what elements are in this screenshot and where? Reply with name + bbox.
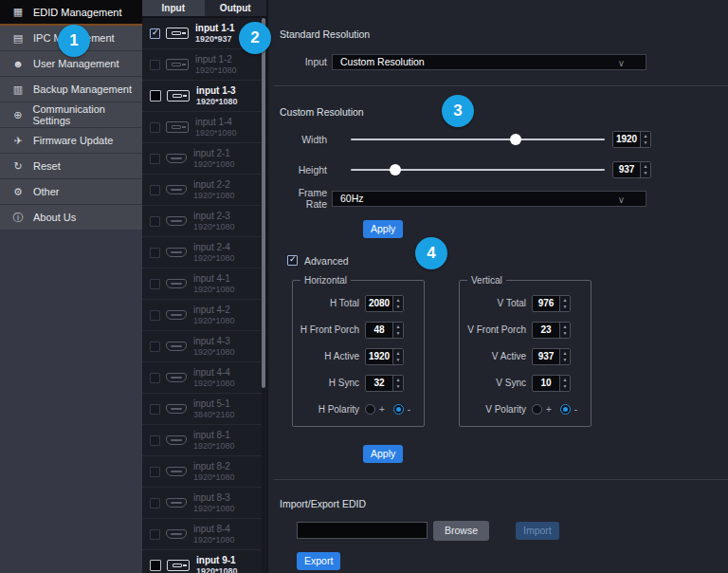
list-item-input-4-4[interactable]: input 4-41920*1080	[142, 362, 266, 394]
h-active-value[interactable]: 1920	[366, 349, 392, 364]
gear-globe-icon: ⚙	[10, 186, 26, 198]
h-polarity-plus-radio[interactable]	[365, 404, 375, 415]
list-item-input-1-2[interactable]: input 1-21920*1080	[142, 49, 266, 81]
spinner-up-icon[interactable]	[641, 132, 650, 139]
spinner-down-icon[interactable]	[393, 330, 403, 338]
width-slider-handle[interactable]	[510, 134, 521, 145]
list-item-input-8-2[interactable]: input 8-21920*1080	[142, 456, 266, 488]
spinner-down-icon[interactable]	[560, 383, 570, 391]
checkbox-input-2-2[interactable]	[150, 185, 160, 195]
checkbox-input-8-1[interactable]	[150, 435, 160, 446]
h-front-porch-value[interactable]: 48	[366, 323, 392, 338]
list-item-input-1-3[interactable]: input 1-31920*1080	[142, 81, 266, 112]
list-item-input-2-1[interactable]: input 2-11920*1080	[142, 143, 266, 175]
spinner-down-icon[interactable]	[393, 383, 403, 391]
checkbox-input-8-3[interactable]	[150, 498, 160, 508]
spinner-up-icon[interactable]	[393, 323, 403, 330]
custom-resolution-apply-button[interactable]: Apply	[363, 220, 403, 238]
checkbox-input-2-3[interactable]	[150, 216, 160, 227]
callout-2: 2	[239, 22, 271, 54]
dvi-connector-icon	[167, 90, 190, 102]
sidebar-item-firmware-update[interactable]: ✈ Firmware Update	[0, 128, 142, 154]
advanced-apply-button[interactable]: Apply	[363, 445, 403, 463]
list-item-input-2-2[interactable]: input 2-21920*1080	[142, 175, 266, 206]
width-slider[interactable]	[351, 134, 605, 145]
tab-input[interactable]: Input	[142, 0, 205, 16]
input-resolution-dropdown[interactable]: Custom Resolution ∨	[332, 54, 646, 70]
checkbox-input-4-1[interactable]	[150, 279, 160, 289]
spinner-up-icon[interactable]	[560, 296, 570, 304]
checkbox-input-1-3[interactable]	[150, 90, 161, 102]
list-scrollbar-track[interactable]	[262, 18, 265, 573]
checkbox-input-2-4[interactable]	[150, 248, 160, 258]
v-polarity-minus-radio[interactable]	[560, 404, 571, 415]
sidebar-item-about-us[interactable]: ⓘ About Us	[0, 205, 142, 231]
browse-button[interactable]: Browse	[433, 521, 489, 541]
list-item-input-5-1[interactable]: input 5-13840*2160	[142, 394, 266, 425]
list-item-input-9-1[interactable]: input 9-11920*1080	[142, 550, 266, 573]
sidebar-item-backup-management[interactable]: ▥ Backup Management	[0, 77, 142, 102]
checkbox-input-4-3[interactable]	[150, 342, 160, 352]
v-active-value[interactable]: 937	[533, 349, 559, 364]
spinner-down-icon[interactable]	[641, 170, 650, 177]
sidebar-item-communication-settings[interactable]: ⊕ Communication Settings	[0, 102, 142, 128]
spinner-up-icon[interactable]	[393, 349, 403, 357]
sidebar-item-reset[interactable]: ↻ Reset	[0, 154, 142, 179]
list-item-input-2-4[interactable]: input 2-41920*1080	[142, 237, 266, 268]
width-slider-track[interactable]	[351, 139, 605, 140]
v-sync-value[interactable]: 10	[533, 376, 559, 391]
spinner-down-icon[interactable]	[641, 139, 650, 147]
checkbox-input-8-2[interactable]	[150, 467, 160, 477]
h-sync-value[interactable]: 32	[366, 376, 392, 391]
list-item-input-4-2[interactable]: input 4-21920*1080	[142, 300, 266, 331]
v-polarity-plus-radio[interactable]	[532, 404, 542, 415]
spinner-down-icon[interactable]	[560, 330, 570, 338]
spinner-up-icon[interactable]	[393, 296, 403, 304]
spinner-up-icon[interactable]	[560, 349, 570, 357]
list-item-input-4-3[interactable]: input 4-31920*1080	[142, 331, 266, 362]
v-front-porch-value[interactable]: 23	[533, 323, 559, 338]
checkbox-input-5-1[interactable]	[150, 404, 160, 415]
height-slider[interactable]	[351, 164, 605, 176]
list-item-input-2-3[interactable]: input 2-31920*1080	[142, 206, 266, 237]
height-slider-handle[interactable]	[390, 164, 401, 176]
spinner-up-icon[interactable]	[641, 162, 650, 170]
width-value[interactable]: 1920	[613, 132, 640, 147]
spinner-up-icon[interactable]	[560, 376, 570, 383]
h-total-value[interactable]: 2080	[366, 296, 392, 311]
height-spinner: 937	[612, 161, 651, 178]
spinner-down-icon[interactable]	[393, 304, 403, 311]
checkbox-input-1-4[interactable]	[150, 122, 160, 133]
height-value[interactable]: 937	[613, 162, 640, 177]
list-item-input-1-4[interactable]: input 1-41920*1080	[142, 112, 266, 143]
list-scrollbar-thumb[interactable]	[262, 18, 265, 388]
checkbox-input-2-1[interactable]	[150, 154, 160, 164]
import-button[interactable]: Import	[516, 522, 559, 540]
spinner-down-icon[interactable]	[393, 357, 403, 364]
list-item-input-4-1[interactable]: input 4-11920*1080	[142, 268, 266, 300]
edid-file-path-input[interactable]	[297, 522, 428, 539]
tab-output[interactable]: Output	[205, 0, 267, 16]
spinner-arrows	[559, 376, 570, 391]
spinner-down-icon[interactable]	[560, 357, 570, 364]
spinner-up-icon[interactable]	[560, 323, 570, 330]
checkbox-input-1-2[interactable]	[150, 60, 160, 70]
sidebar-item-other[interactable]: ⚙ Other	[0, 179, 142, 205]
checkbox-input-9-1[interactable]	[150, 560, 161, 571]
v-total-value[interactable]: 976	[533, 296, 559, 311]
export-button[interactable]: Export	[297, 552, 340, 570]
spinner-up-icon[interactable]	[393, 376, 403, 383]
checkbox-input-4-2[interactable]	[150, 310, 160, 321]
sidebar-item-edid-management[interactable]: ▦ EDID Management	[0, 0, 142, 26]
checkbox-input-8-4[interactable]	[150, 529, 160, 540]
spinner-down-icon[interactable]	[560, 304, 570, 311]
advanced-checkbox[interactable]	[287, 255, 298, 266]
list-item-input-8-1[interactable]: input 8-11920*1080	[142, 425, 266, 456]
h-polarity-minus-radio[interactable]	[393, 404, 404, 415]
checkbox-input-4-4[interactable]	[150, 373, 160, 383]
list-item-input-8-4[interactable]: input 8-41920*1080	[142, 519, 266, 550]
frame-rate-dropdown[interactable]: 60Hz ∨	[332, 191, 646, 207]
checkbox-input-1-1[interactable]	[150, 28, 160, 39]
chevron-down-icon: ∨	[618, 193, 625, 207]
list-item-input-8-3[interactable]: input 8-31920*1080	[142, 488, 266, 519]
